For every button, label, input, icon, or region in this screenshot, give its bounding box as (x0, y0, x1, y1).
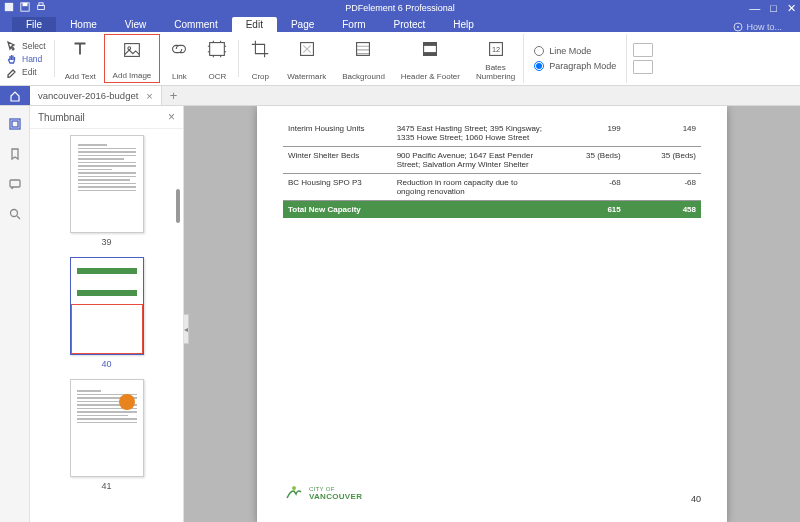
svg-point-20 (10, 210, 17, 217)
document-tab[interactable]: vancouver-2016-budget × (30, 86, 162, 105)
svg-rect-14 (424, 53, 437, 56)
sidebar-comments-icon[interactable] (7, 176, 23, 192)
thumbnail-scrollbar[interactable] (176, 189, 180, 223)
sidebar-icons (0, 106, 30, 522)
print-icon[interactable] (36, 2, 46, 14)
titlebar: PDFelement 6 Professional — □ ✕ (0, 0, 800, 16)
ocr-button[interactable]: OCR (198, 34, 236, 83)
minimize-button[interactable]: — (749, 3, 760, 14)
svg-rect-19 (10, 180, 20, 187)
app-title: PDFelement 6 Professional (345, 3, 455, 13)
city-logo: CITY OFVANCOUVER (283, 482, 362, 504)
app-icon (4, 2, 14, 14)
svg-point-6 (737, 26, 739, 28)
page-number: 40 (691, 494, 701, 504)
close-button[interactable]: ✕ (787, 3, 796, 14)
thumbnail-item[interactable]: 41 (30, 379, 183, 491)
sidebar-bookmarks-icon[interactable] (7, 146, 23, 162)
sidebar-search-icon[interactable] (7, 206, 23, 222)
thumbnail-panel: Thumbnail × 39 40 (30, 106, 184, 522)
tabbar: vancouver-2016-budget × + (0, 86, 800, 106)
svg-rect-7 (125, 44, 140, 57)
close-tab-icon[interactable]: × (146, 90, 152, 102)
watermark-button[interactable]: Watermark (279, 34, 334, 83)
home-tab-icon[interactable] (0, 86, 30, 105)
svg-text:12: 12 (491, 45, 499, 54)
svg-rect-4 (39, 3, 43, 5)
close-thumbnail-icon[interactable]: × (168, 110, 175, 124)
svg-rect-13 (424, 43, 437, 46)
thumbnail-page-number: 41 (101, 481, 111, 491)
svg-rect-3 (38, 5, 45, 9)
link-button[interactable]: Link (160, 34, 198, 83)
maximize-button[interactable]: □ (770, 3, 777, 14)
document-viewport[interactable]: ◂ Interim Housing Units 3475 East Hastin… (184, 106, 800, 522)
document-page: Interim Housing Units 3475 East Hasting … (257, 106, 727, 522)
table-total-row: Total New Capacity 615 458 (283, 201, 701, 219)
svg-rect-0 (5, 3, 13, 11)
line-mode-radio[interactable]: Line Mode (534, 46, 616, 56)
table-row: Interim Housing Units 3475 East Hasting … (283, 120, 701, 147)
menu-file[interactable]: File (12, 17, 56, 32)
bates-numbering-button[interactable]: 12 Bates Numbering (468, 34, 523, 83)
tool-edit[interactable]: Edit (6, 66, 46, 78)
collapse-panel-handle[interactable]: ◂ (184, 314, 189, 344)
menu-comment[interactable]: Comment (160, 17, 231, 32)
tool-hand[interactable]: Hand (6, 53, 46, 65)
add-text-button[interactable]: Add Text (57, 34, 104, 83)
thumbnail-page-number: 40 (101, 359, 111, 369)
ribbon-extra-1[interactable] (633, 43, 653, 57)
add-tab-button[interactable]: + (162, 88, 186, 103)
svg-point-8 (128, 47, 131, 50)
how-to-link[interactable]: How to... (733, 22, 782, 32)
workarea: Thumbnail × 39 40 (0, 106, 800, 522)
sidebar-thumbnails-icon[interactable] (7, 116, 23, 132)
thumbnail-item[interactable]: 39 (30, 135, 183, 247)
thumbnail-title: Thumbnail (38, 112, 85, 123)
thumbnail-list[interactable]: 39 40 41 (30, 129, 183, 522)
capacity-table: Interim Housing Units 3475 East Hasting … (283, 120, 701, 218)
ribbon-extra-2[interactable] (633, 60, 653, 74)
svg-rect-2 (23, 3, 28, 6)
menu-edit[interactable]: Edit (232, 17, 277, 32)
menubar: File Home View Comment Edit Page Form Pr… (0, 16, 800, 32)
thumbnail-item[interactable]: 40 (30, 257, 183, 369)
tool-select[interactable]: Select (6, 40, 46, 52)
ribbon: Select Hand Edit Add Text Add Image Link… (0, 32, 800, 86)
save-icon[interactable] (20, 2, 30, 14)
add-image-button[interactable]: Add Image (104, 34, 161, 83)
svg-rect-18 (12, 121, 18, 127)
background-button[interactable]: Background (334, 34, 393, 83)
table-row: BC Housing SPO P3 Reduction in room capa… (283, 174, 701, 201)
crop-button[interactable]: Crop (241, 34, 279, 83)
menu-page[interactable]: Page (277, 17, 328, 32)
header-footer-button[interactable]: Header & Footer (393, 34, 468, 83)
table-row: Winter Shelter Beds 900 Pacific Avenue; … (283, 147, 701, 174)
svg-rect-9 (210, 43, 225, 56)
menu-view[interactable]: View (111, 17, 161, 32)
menu-home[interactable]: Home (56, 17, 111, 32)
thumbnail-page-number: 39 (101, 237, 111, 247)
menu-form[interactable]: Form (328, 17, 379, 32)
paragraph-mode-radio[interactable]: Paragraph Mode (534, 61, 616, 71)
menu-protect[interactable]: Protect (380, 17, 440, 32)
menu-help[interactable]: Help (439, 17, 488, 32)
